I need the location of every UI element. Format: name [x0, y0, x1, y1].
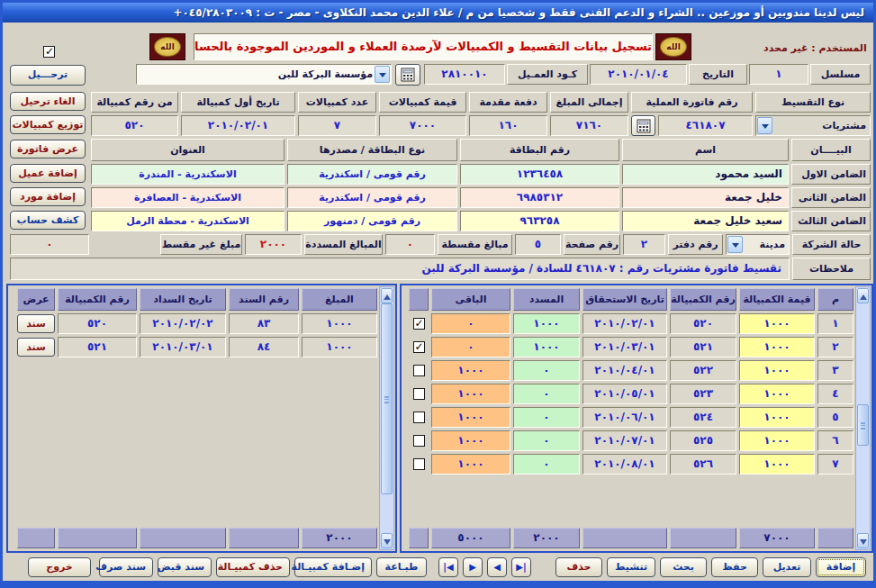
guarantor-address-header: العنوان	[91, 139, 284, 161]
add-note-button[interactable]: إضـافة كمبيـالة	[294, 557, 372, 577]
client-code-label: كـود العمـيل	[507, 64, 588, 85]
col-num-header: م	[817, 288, 853, 311]
row-checkbox[interactable]	[413, 388, 425, 400]
print-button[interactable]: طبـاعة	[376, 557, 427, 577]
invoice-number-value[interactable]: ٤٦١٨٠٧	[658, 115, 753, 136]
row-checkbox[interactable]	[413, 412, 425, 423]
company-state-combobox[interactable]: مدينة	[726, 234, 790, 255]
row-select	[409, 360, 429, 381]
row-checkbox[interactable]	[413, 435, 425, 447]
row-select	[409, 454, 429, 475]
installments-scrollbar[interactable]	[855, 286, 871, 550]
guarantor-card-header: رقم البطاقة	[460, 139, 619, 161]
row-checkbox[interactable]	[413, 365, 425, 376]
due-date-cell: ٢٠١٠/٠٧/٠١	[582, 430, 667, 451]
col-note-number-header: رقم الكمبيالة	[58, 288, 137, 311]
nav-first-button[interactable]: |◀	[438, 557, 458, 577]
remaining-cell: ١٠٠٠	[431, 407, 510, 428]
date-value[interactable]: ٢٠١٠/٠١/٠٤	[590, 64, 687, 85]
totals-due-date-cell	[582, 528, 667, 548]
first-note-date-value[interactable]: ٢٠١٠/٠٢/٠١	[181, 115, 295, 136]
book-number-value[interactable]: ٢	[623, 234, 665, 255]
activate-button[interactable]: تنشيط	[607, 557, 655, 577]
client-lookup-calculator-icon[interactable]	[395, 64, 420, 86]
notes-count-value[interactable]: ٧	[298, 115, 376, 136]
guarantor2-card[interactable]: ٦٩٨٥٣١٢	[460, 187, 619, 208]
notes-value-value[interactable]: ٧٠٠٠	[379, 115, 466, 136]
row-checkbox[interactable]	[413, 341, 425, 353]
nav-last-button[interactable]: ▶|	[511, 557, 531, 577]
guarantor1-card-type[interactable]: رقم قومى / اسكندرية	[287, 164, 457, 185]
delete-note-button[interactable]: حذف كمبيـالة	[216, 557, 290, 577]
guarantor-info-header: البيــــان	[791, 139, 871, 161]
view-voucher-button[interactable]: سند	[17, 338, 55, 357]
installment-type-value: مشتريات	[772, 116, 866, 135]
paid-amounts-label: المبالغ المسددة	[304, 234, 383, 255]
distribute-notes-button[interactable]: توزيع كمبيالات	[10, 115, 86, 134]
guarantor2-card-type[interactable]: رقم قومى / اسكندرية	[287, 187, 457, 208]
total-amount-value[interactable]: ٧١٦٠	[550, 115, 628, 136]
client-name-combobox[interactable]: مؤسسة البركة للبن	[136, 64, 392, 85]
transfer-button[interactable]: ترحـــيل	[10, 65, 86, 86]
form-title: تسجيل بيانات التقسيط و الكمبيالات لآرصدة…	[194, 33, 653, 60]
installed-amounts-value: ٠	[385, 234, 435, 255]
totals-num-cell	[817, 528, 853, 548]
payments-scrollbar[interactable]	[379, 286, 394, 550]
cancel-transfer-button[interactable]: الغاء ترحيل	[10, 92, 86, 111]
client-code-value[interactable]: ٢٨١٠٠١٠	[424, 64, 505, 85]
dropdown-arrow-icon[interactable]	[375, 66, 390, 83]
due-date-cell: ٢٠١٠/٠٣/٠١	[582, 337, 667, 357]
row-select	[409, 313, 429, 334]
note-number-cell: ٥٢٤	[670, 407, 736, 428]
exit-button[interactable]: خروج	[28, 557, 91, 577]
guarantor1-name[interactable]: السيد محمود	[622, 164, 789, 185]
scroll-down-icon[interactable]	[857, 533, 869, 548]
dropdown-arrow-icon[interactable]	[727, 236, 743, 253]
row-checkbox[interactable]	[413, 458, 425, 470]
nav-next-button[interactable]: ▶	[463, 557, 483, 577]
edit-button[interactable]: تعديل	[763, 557, 811, 577]
row-checkbox[interactable]	[413, 318, 425, 330]
remarks-value[interactable]: تقسيط فاتورة مشتريات رقم : ٤٦١٨٠٧ للسادة…	[10, 258, 790, 280]
search-button[interactable]: بحث	[660, 557, 707, 577]
save-button[interactable]: حفظ	[711, 557, 758, 577]
scrollbar-thumb[interactable]	[857, 404, 869, 446]
guarantor2-address[interactable]: الاسكندرية - العصافرة	[91, 187, 284, 208]
uninstalled-amount-value: ٠	[10, 234, 89, 255]
delete-button[interactable]: حذف	[555, 557, 602, 577]
guarantor3-card-type[interactable]: رقم قومى / دمنهور	[287, 211, 457, 231]
scroll-up-icon[interactable]	[381, 288, 393, 303]
table-row-cell: ٣	[817, 360, 853, 381]
add-supplier-button[interactable]: إضافة مورد	[10, 187, 86, 206]
totals-amount: ٢٠٠٠	[302, 528, 377, 548]
guarantor3-name[interactable]: سعيد خليل جمعة	[622, 211, 789, 231]
guarantor2-label: الضامن الثانى	[791, 187, 871, 208]
account-statement-button[interactable]: كشف حساب	[10, 211, 86, 230]
from-note-number-value[interactable]: ٥٢٠	[91, 115, 178, 136]
scroll-up-icon[interactable]	[857, 288, 869, 303]
remaining-cell: ١٠٠٠	[431, 454, 510, 475]
show-invoice-button[interactable]: عرض فاتورة	[10, 140, 86, 158]
remaining-cell: ٠	[431, 313, 510, 334]
add-client-button[interactable]: إضافة عميل	[10, 164, 86, 183]
header-checkbox[interactable]	[43, 46, 55, 58]
guarantor2-name[interactable]: خليل جمعة	[622, 187, 789, 208]
guarantor1-card[interactable]: ١٢٣٦٤٥٨	[460, 164, 619, 185]
advance-payment-value[interactable]: ١٦٠	[469, 115, 547, 136]
receipt-voucher-button[interactable]: سند قبض	[158, 557, 212, 577]
add-button[interactable]: إضافة	[816, 557, 866, 577]
serial-value: ١	[749, 64, 808, 85]
page-number-value[interactable]: ٥	[515, 234, 561, 255]
guarantor3-card[interactable]: ٩٦٣٢٥٨	[460, 211, 619, 231]
installment-type-combobox[interactable]: مشتريات	[755, 115, 871, 136]
scroll-down-icon[interactable]	[381, 533, 393, 548]
nav-prev-button[interactable]: ◀	[487, 557, 507, 577]
window-titlebar[interactable]: ليس لدينا مندوبين أو موزعين .. الشراء و …	[3, 3, 873, 23]
scrollbar-thumb[interactable]	[381, 303, 393, 494]
payment-voucher-button[interactable]: سند صرف	[99, 557, 153, 577]
dropdown-arrow-icon[interactable]	[757, 117, 772, 134]
view-voucher-button[interactable]: سند	[17, 314, 55, 333]
guarantor1-address[interactable]: الاسكندرية - المندرة	[91, 164, 284, 185]
guarantor3-address[interactable]: الاسكندرية - محطة الرمل	[91, 211, 284, 231]
invoice-lookup-calculator-icon[interactable]	[631, 115, 655, 136]
